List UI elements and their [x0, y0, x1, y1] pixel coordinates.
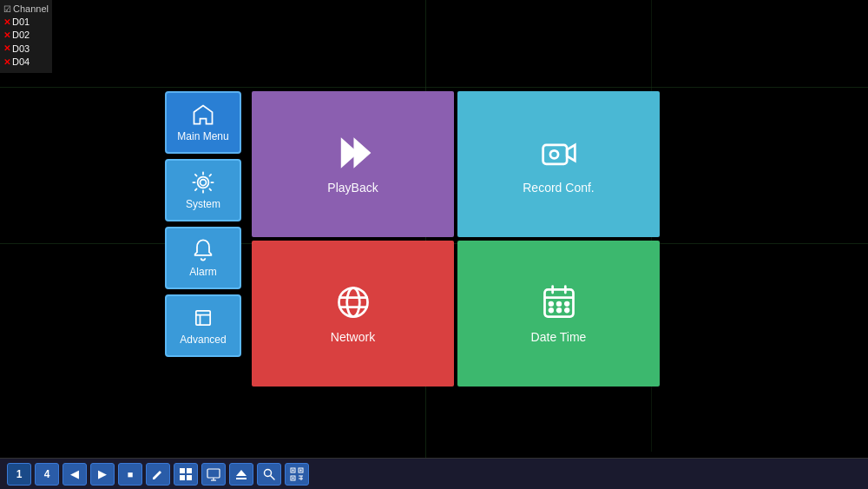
channel-item-d03: ✕ D03 [3, 43, 49, 56]
svg-point-8 [346, 288, 359, 317]
tile-record-label: Record Conf. [523, 181, 594, 195]
svg-point-20 [565, 308, 569, 312]
channel-error-icon-d01: ✕ [3, 17, 10, 29]
play-forward-icon [334, 134, 372, 172]
channel-d01-label: D01 [12, 16, 30, 29]
tile-playback[interactable]: PlayBack [252, 91, 454, 237]
channel-title: ☑ Channel [3, 3, 49, 14]
layout-icon [179, 467, 193, 481]
svg-marker-29 [236, 470, 247, 476]
channel-error-icon-d04: ✕ [3, 56, 10, 69]
taskbar-btn-4[interactable]: 4 [35, 463, 59, 486]
main-area: Main Menu System Alarm Advanc [165, 91, 694, 387]
svg-point-1 [198, 177, 209, 188]
qr-icon [290, 467, 304, 481]
taskbar-btn-eject[interactable] [229, 463, 253, 486]
svg-rect-5 [542, 145, 567, 164]
channel-error-icon-d03: ✕ [3, 43, 10, 55]
channel-item-d01: ✕ D01 [3, 16, 49, 29]
gear-icon [191, 170, 215, 195]
pencil-icon [151, 467, 165, 481]
svg-point-7 [339, 288, 367, 317]
prev-icon: ◀ [70, 467, 79, 480]
stop-icon: ■ [128, 469, 134, 479]
sidebar-main-menu-label: Main Menu [177, 130, 228, 142]
taskbar-btn-1[interactable]: 1 [7, 463, 31, 486]
taskbar-btn-stop[interactable]: ■ [118, 463, 142, 486]
next-icon: ▶ [98, 467, 107, 480]
taskbar-btn-qr[interactable] [285, 463, 309, 486]
taskbar-btn-prev[interactable]: ◀ [62, 463, 87, 486]
svg-rect-25 [207, 469, 220, 478]
home-icon [191, 102, 215, 127]
taskbar-btn-display[interactable] [201, 463, 226, 486]
svg-rect-28 [236, 478, 247, 479]
taskbar-btn-1-label: 1 [16, 468, 23, 480]
tile-datetime-label: Date Time [531, 330, 587, 344]
sidebar-item-advanced[interactable]: Advanced [165, 294, 241, 357]
svg-point-19 [557, 308, 561, 312]
globe-icon [334, 283, 372, 321]
svg-point-0 [201, 180, 207, 186]
svg-point-30 [265, 469, 272, 476]
bell-icon [191, 238, 215, 262]
tile-network-label: Network [331, 330, 375, 344]
sidebar: Main Menu System Alarm Advanc [165, 91, 243, 387]
svg-rect-37 [293, 477, 294, 479]
grid-line-h1 [0, 87, 868, 88]
svg-point-6 [549, 150, 557, 158]
sidebar-item-alarm[interactable]: Alarm [165, 227, 241, 289]
calendar-icon [540, 283, 578, 321]
sidebar-system-label: System [186, 198, 220, 210]
sidebar-alarm-label: Alarm [189, 266, 216, 278]
tile-network[interactable]: Network [252, 241, 454, 387]
box-icon [191, 306, 215, 330]
svg-rect-22 [187, 468, 192, 473]
svg-point-15 [549, 302, 553, 306]
channel-label: Channel [13, 3, 49, 14]
sidebar-item-system[interactable]: System [165, 159, 241, 221]
svg-rect-36 [300, 469, 302, 471]
channel-d03-label: D03 [12, 43, 30, 56]
svg-rect-21 [180, 468, 185, 473]
search-icon [262, 467, 276, 481]
tile-datetime[interactable]: Date Time [457, 241, 660, 387]
svg-rect-23 [180, 475, 185, 480]
svg-point-16 [557, 302, 561, 306]
taskbar-btn-search[interactable] [257, 463, 281, 486]
channel-error-icon-d02: ✕ [3, 30, 10, 42]
channel-item-d04: ✕ D04 [3, 56, 49, 69]
svg-rect-2 [196, 311, 210, 325]
svg-point-18 [549, 308, 553, 312]
taskbar-btn-next[interactable]: ▶ [90, 463, 115, 486]
sidebar-item-main-menu[interactable]: Main Menu [165, 91, 241, 154]
tile-record-conf[interactable]: Record Conf. [457, 91, 660, 237]
monitor-icon [207, 467, 220, 481]
channel-d04-label: D04 [12, 56, 30, 69]
svg-marker-4 [354, 140, 369, 165]
sidebar-advanced-label: Advanced [180, 334, 226, 346]
taskbar-btn-edit[interactable] [146, 463, 170, 486]
taskbar-btn-4-label: 4 [44, 468, 50, 480]
svg-rect-35 [293, 469, 294, 471]
taskbar-btn-layout[interactable] [174, 463, 198, 486]
svg-rect-24 [187, 475, 192, 480]
camera-icon [540, 134, 578, 172]
tile-grid: PlayBack Record Conf. Network [252, 91, 660, 387]
eject-icon [234, 467, 248, 481]
channel-item-d02: ✕ D02 [3, 29, 49, 42]
tile-playback-label: PlayBack [327, 181, 378, 195]
channel-d02-label: D02 [12, 29, 30, 42]
svg-line-31 [271, 476, 274, 479]
svg-point-17 [565, 302, 569, 306]
taskbar: 1 4 ◀ ▶ ■ [0, 458, 868, 489]
channel-panel: ☑ Channel ✕ D01 ✕ D02 ✕ D03 ✕ D04 [0, 0, 52, 73]
